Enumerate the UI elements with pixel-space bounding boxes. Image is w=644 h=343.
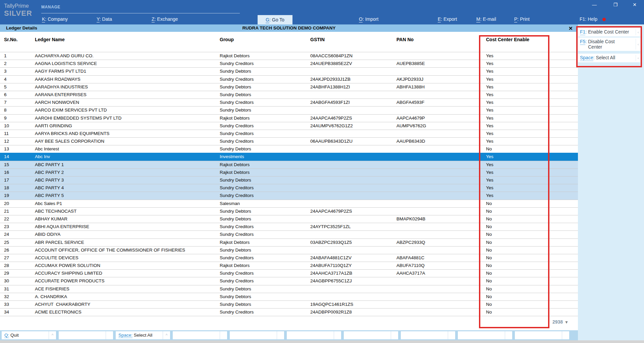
window-restore-icon[interactable]: ❐ — [610, 1, 621, 8]
cell-group: Rajkot Debtors — [220, 161, 250, 168]
bottom-button-label — [287, 331, 334, 339]
cell-sr: 34 — [4, 308, 9, 316]
bottom-button-quit[interactable]: Q: Quit^ — [2, 331, 56, 339]
bottom-button-label — [344, 331, 391, 339]
cell-pan: AAHCA3717A — [396, 270, 425, 277]
table-row[interactable]: 23ABHI AQUA ENTERPRISESundry Creditors24… — [0, 223, 578, 230]
table-row[interactable]: 7AARCH NONWOVENSundry Creditors24ABGFA45… — [0, 98, 578, 106]
cell-sr: 24 — [4, 231, 9, 238]
menu-item-import[interactable]: O: Import — [359, 16, 378, 22]
cell-cce: No — [486, 262, 492, 269]
cell-gstin: 24AAHCA3717A1ZB — [310, 270, 352, 277]
cell-cce: Yes — [486, 68, 493, 75]
cell-cce: Yes — [486, 177, 493, 184]
cell-pan: AAPCA4679P — [396, 115, 425, 122]
table-row[interactable]: 28ACCUMAX POWER SOLUTIONRajkot Debtors24… — [0, 262, 578, 269]
table-row[interactable]: 1AACHARYA AND GURU CO.Rajkot Debtors08AA… — [0, 52, 578, 60]
record-count-indicator: 2938▼ — [518, 319, 569, 325]
table-row[interactable]: 15ABC PARTY 1Rajkot DebtorsYes — [0, 161, 578, 168]
cell-gstin: 06AAUPB6343D1ZU — [310, 138, 353, 145]
table-row[interactable]: 12AAY BEE SALES CORPORATIONSundry Credit… — [0, 137, 578, 145]
cell-cce: No — [486, 223, 492, 230]
window-minimize-icon[interactable]: — — [589, 1, 599, 8]
menu-item-help[interactable]: F1: Help — [580, 16, 597, 22]
bottom-button-label — [515, 331, 562, 339]
table-row[interactable]: 27ACCULITE DEVICESSundry Creditors24ABAF… — [0, 254, 578, 262]
table-row[interactable]: 31ACE FISHERIESSundry DebtorsNo — [0, 285, 578, 293]
menu-item-print[interactable]: P: Print — [514, 16, 530, 22]
cell-cce: No — [486, 301, 492, 308]
cell-cce: No — [486, 308, 492, 316]
table-row[interactable]: 30ACCURATE POWER PRODUCTSSundry Creditor… — [0, 277, 578, 285]
cell-group: Sundry Debtors — [220, 285, 251, 293]
cell-gstin: 08AACCS6084P1ZN — [310, 52, 353, 60]
table-row[interactable]: 2AAGNA LOGISTICS SERVICESundry Creditors… — [0, 60, 578, 67]
window-close-icon[interactable]: ✕ — [630, 1, 640, 8]
table-row[interactable]: 22ABHAY KUMARSundry DebtorsBMAPK0294BNo — [0, 215, 578, 223]
table-row[interactable]: 19ABC PARTY 5Sundry CreditorsYes — [0, 192, 578, 199]
table-row[interactable]: 13Abc InterestSundry DebtorsNo — [0, 145, 578, 153]
table-row[interactable]: 5AARADHYA INDUSTRIESSundry Debtors24ABHF… — [0, 83, 578, 91]
cell-cce: No — [486, 285, 492, 293]
cell-sr: 12 — [4, 138, 9, 145]
table-row[interactable]: 17ABC PARTY 3Sundry DebtorsYes — [0, 176, 578, 184]
table-row[interactable]: 9AAROHI EMBEDDED SYSTEMS PVT LTDRajkot D… — [0, 114, 578, 122]
table-row[interactable]: 20Abc Sales P1SalesmanNo — [0, 200, 578, 207]
table-row[interactable]: 6AARANA ENTERPRISESSundry DebtorsYes — [0, 91, 578, 98]
cell-pan: ABUFA7110Q — [396, 262, 425, 269]
table-row[interactable]: 10AARTI GRINDINGSundry Creditors24AUMPV6… — [0, 122, 578, 130]
menu-item-export[interactable]: E: Export — [438, 16, 457, 22]
cell-cce: Yes — [486, 76, 493, 83]
table-row[interactable]: 33ACHYUT CHAKRABORTYSundry Debtors19AGQP… — [0, 300, 578, 308]
chevron-left-icon: ‹ — [636, 29, 640, 35]
bottom-button-empty — [401, 331, 455, 339]
cell-sr: 29 — [4, 270, 9, 277]
table-row[interactable]: 4AAKASH ROADWAYSSundry Creditors24AKJPD2… — [0, 75, 578, 83]
cell-group: Rajkot Debtors — [220, 115, 250, 122]
cell-sr: 17 — [4, 177, 9, 184]
cell-gstin: 24ABUFA7110Q1ZY — [310, 262, 352, 269]
menu-item-company[interactable]: K: Company — [42, 16, 68, 22]
table-row[interactable]: 24ABID ODIYASundry CreditorsNo — [0, 230, 578, 238]
table-row[interactable]: 32A. CHANDRIKASundry DebtorsNo — [0, 293, 578, 300]
menu-item-data[interactable]: Y: Data — [97, 16, 112, 22]
table-row[interactable]: 11AARYA BRICKS AND EQUIPMENTSSundry Cred… — [0, 130, 578, 137]
cell-cce: No — [486, 239, 492, 246]
cell-sr: 19 — [4, 192, 9, 199]
goto-button[interactable]: G: Go To — [258, 15, 292, 24]
bottom-button-label — [173, 331, 220, 339]
cell-group: Investments — [220, 153, 244, 160]
table-row[interactable]: 29ACCURACY SHIPPING LIMITEDSundry Credit… — [0, 269, 578, 277]
table-row[interactable]: 14Abc InvInvestmentsYes — [0, 153, 578, 160]
cell-name: Abc Sales P1 — [35, 200, 62, 207]
cell-group: Sundry Creditors — [220, 231, 254, 238]
cell-cce: No — [486, 293, 492, 300]
table-row[interactable]: 3AAGY FARMS PVT LTD1Sundry DebtorsYes — [0, 67, 578, 75]
menu-item-exchange[interactable]: Z: Exchange — [152, 16, 178, 22]
cell-group: Sundry Debtors — [220, 83, 251, 91]
table-row[interactable]: 25ABR PARCEL SERVICERajkot Debtors03ABZP… — [0, 238, 578, 246]
table-row[interactable]: 8AARCO EXIM SERVICES PVT LTDSundry Debto… — [0, 106, 578, 114]
report-close-icon[interactable]: ✕ — [569, 25, 573, 32]
cell-name: ABID ODIYA — [35, 231, 60, 238]
table-row[interactable]: 18ABC PARTY 4Sundry CreditorsYes — [0, 184, 578, 192]
button-right-segment — [505, 331, 512, 339]
bottom-button-select-all[interactable]: Space: Select All^ — [116, 331, 170, 339]
button-disable-cost-center[interactable]: F5: Disable Cost Center ‹ — [578, 38, 640, 51]
menu-item-email[interactable]: M: E-mail — [476, 16, 496, 22]
button-enable-cost-center[interactable]: F1: Enable Cost Center ‹ — [578, 28, 640, 37]
cell-pan: ABGFA4593F — [396, 99, 424, 106]
table-row[interactable]: 34ACME ELECTRONICSSundry Creditors24ADBP… — [0, 308, 578, 316]
table-row[interactable]: 21ABC TECHNOCASTSundry Debtors24AAPCA467… — [0, 207, 578, 215]
cell-gstin: 24ABHFA1388H1ZI — [310, 83, 350, 91]
cell-sr: 32 — [4, 293, 9, 300]
cell-gstin: 24ABAFA4881C1ZV — [310, 254, 352, 262]
table-row[interactable]: 26ACCOUNT OFFICER, OFFICE OF THE COMMISS… — [0, 246, 578, 254]
cell-name: AAGY FARMS PVT LTD1 — [35, 68, 86, 75]
table-row[interactable]: 16ABC PARTY 2Rajkot DebtorsYes — [0, 168, 578, 176]
cell-sr: 18 — [4, 184, 9, 192]
column-header-group: Group — [220, 37, 234, 42]
chevron-left-icon: ‹ — [636, 39, 640, 50]
cell-pan: AKJPD2933J — [396, 76, 423, 83]
button-select-all[interactable]: Space: Select All ‹ — [578, 54, 640, 62]
